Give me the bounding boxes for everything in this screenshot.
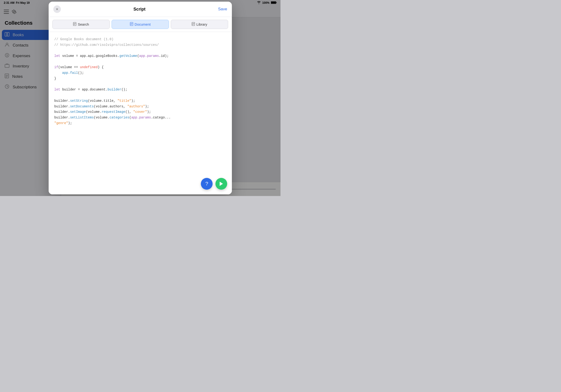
code-genre-string: "genre" bbox=[54, 121, 68, 125]
code-cover-string: "cover" bbox=[133, 110, 147, 114]
code-setImage-arg1: (volume. bbox=[86, 110, 101, 114]
play-fab-button[interactable] bbox=[216, 178, 227, 190]
code-setImage: setImage bbox=[70, 110, 86, 114]
code-setDocuments-arg: (volume.authors, bbox=[94, 105, 127, 108]
code-builder-assign: builder = app.document. bbox=[62, 88, 108, 91]
code-categories: categories bbox=[109, 116, 129, 120]
modal-title: Script bbox=[133, 7, 145, 12]
code-setImage-arg2: (), bbox=[125, 110, 133, 114]
code-if-brace: ) { bbox=[98, 65, 104, 69]
code-comment-2: // https://github.com/risolvipro/collect… bbox=[54, 43, 159, 47]
code-close-brace: } bbox=[54, 76, 56, 80]
code-comment-1: // Google Books document (1.0) bbox=[54, 37, 113, 41]
code-if-open: (volume == bbox=[58, 65, 80, 69]
code-area[interactable]: // Google Books document (1.0) // https:… bbox=[49, 32, 232, 194]
code-builder-call: builder bbox=[108, 88, 121, 91]
library-tab-icon bbox=[192, 22, 195, 27]
code-fail-parens: (); bbox=[78, 71, 84, 75]
code-indent bbox=[54, 71, 62, 75]
code-setDocuments: setDocuments bbox=[70, 105, 94, 108]
tab-search-label: Search bbox=[78, 22, 89, 26]
code-catego: .catego... bbox=[151, 116, 171, 120]
code-setImage-close: ); bbox=[147, 110, 151, 114]
code-content: // Google Books document (1.0) // https:… bbox=[54, 37, 226, 126]
code-let-2: let bbox=[54, 88, 60, 91]
code-setListItems-arg1: (volume. bbox=[94, 116, 109, 120]
tab-document-label: Document bbox=[135, 22, 151, 26]
tab-library[interactable]: Library bbox=[171, 20, 228, 29]
help-fab-button[interactable]: ? bbox=[201, 178, 213, 190]
modal-overlay: ✕ Script Save Search bbox=[0, 0, 280, 196]
tab-document[interactable]: Document bbox=[112, 20, 169, 29]
code-builder-setString: builder. bbox=[54, 99, 70, 103]
code-builder-setListItems: builder. bbox=[54, 116, 70, 120]
code-volume-assign: volume = app.api.googleBooks. bbox=[62, 54, 119, 58]
tab-search[interactable]: Search bbox=[52, 20, 110, 29]
code-app-params-2: app.params bbox=[131, 116, 151, 120]
code-setString: setString bbox=[70, 99, 88, 103]
code-requestImage: requestImage bbox=[102, 110, 125, 114]
code-title-string: "title" bbox=[118, 99, 131, 103]
svg-marker-28 bbox=[220, 182, 223, 186]
modal-save-button[interactable]: Save bbox=[218, 7, 227, 11]
code-id: .id); bbox=[159, 54, 169, 58]
code-if: if bbox=[54, 65, 58, 69]
code-setDocuments-close: ); bbox=[145, 105, 149, 108]
search-tab-icon bbox=[73, 22, 76, 27]
code-final-close: ); bbox=[68, 121, 72, 125]
code-getVolume: getVolume bbox=[119, 54, 137, 58]
code-builder-setImage: builder. bbox=[54, 110, 70, 114]
code-setString-close: ); bbox=[131, 99, 135, 103]
modal-close-button[interactable]: ✕ bbox=[53, 5, 61, 13]
code-categories-open: ( bbox=[129, 116, 131, 120]
code-setListItems: setListItems bbox=[70, 116, 94, 120]
modal-header: ✕ Script Save bbox=[49, 2, 232, 17]
tab-library-label: Library bbox=[196, 22, 207, 26]
modal: ✕ Script Save Search bbox=[49, 2, 232, 194]
code-authors-string: "authors" bbox=[127, 105, 145, 108]
code-let-1: let bbox=[54, 54, 60, 58]
fab-container: ? bbox=[201, 178, 227, 190]
tab-bar: Search Document bbox=[49, 17, 232, 32]
code-app-params: app.params bbox=[139, 54, 159, 58]
code-setString-arg1: (volume.title, bbox=[88, 99, 118, 103]
code-app-fail: app.fail bbox=[62, 71, 78, 75]
code-builder-setDocuments: builder. bbox=[54, 105, 70, 108]
code-undefined: undefined bbox=[80, 65, 98, 69]
code-builder-parens: (); bbox=[121, 88, 127, 91]
document-tab-icon bbox=[130, 22, 133, 27]
